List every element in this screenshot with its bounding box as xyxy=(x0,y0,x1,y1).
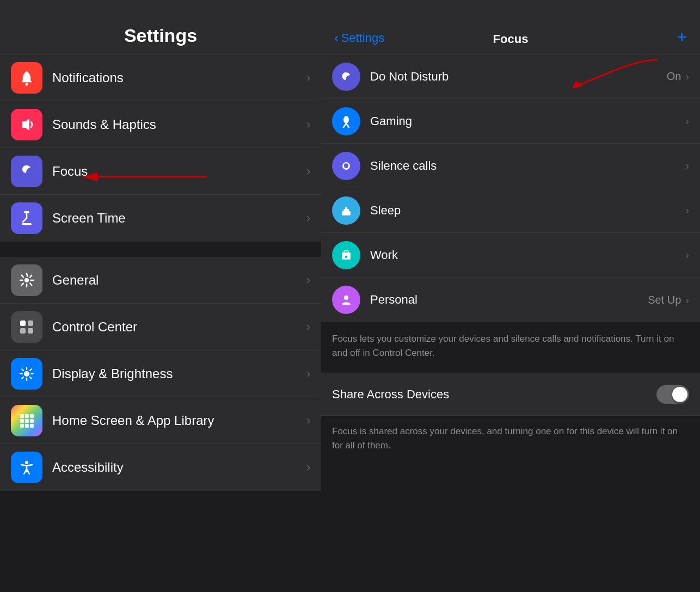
focus-description: Focus lets you customize your devices an… xyxy=(321,322,700,373)
work-chevron: › xyxy=(685,249,689,261)
gaming-chevron: › xyxy=(685,115,689,127)
right-header: ‹ Settings Focus + xyxy=(321,0,700,54)
controlcenter-icon xyxy=(11,311,42,343)
homescreen-icon xyxy=(11,405,42,436)
sidebar-item-focus[interactable]: Focus › xyxy=(0,148,321,195)
back-label: Settings xyxy=(341,31,385,45)
personal-status: Set Up xyxy=(648,294,681,306)
svg-rect-18 xyxy=(30,424,34,428)
controlcenter-label: Control Center xyxy=(52,319,306,335)
display-icon xyxy=(11,358,42,390)
screentime-label: Screen Time xyxy=(52,211,306,226)
svg-rect-28 xyxy=(344,251,348,253)
notifications-label: Notifications xyxy=(52,70,306,85)
sidebar-item-display[interactable]: Display & Brightness › xyxy=(0,350,321,397)
svg-point-0 xyxy=(26,83,28,85)
svg-rect-29 xyxy=(345,256,347,258)
back-button[interactable]: ‹ Settings xyxy=(334,29,384,46)
toggle-knob xyxy=(672,387,687,402)
donotdisturb-status: On xyxy=(667,70,681,83)
focus-icon xyxy=(11,156,42,187)
svg-rect-6 xyxy=(28,320,33,326)
accessibility-chevron: › xyxy=(306,460,310,474)
svg-rect-12 xyxy=(30,414,34,418)
svg-rect-17 xyxy=(25,424,29,428)
svg-point-4 xyxy=(24,278,29,282)
gaming-label: Gaming xyxy=(370,114,681,128)
svg-rect-26 xyxy=(345,207,347,209)
personal-icon xyxy=(332,286,360,314)
focus-item-gaming[interactable]: Gaming › xyxy=(321,99,700,144)
sidebar-item-homescreen[interactable]: Home Screen & App Library › xyxy=(0,397,321,444)
work-label: Work xyxy=(370,248,681,262)
donotdisturb-chevron: › xyxy=(685,70,689,83)
share-across-devices-row[interactable]: Share Across Devices xyxy=(321,373,700,416)
focus-item-sleep[interactable]: Sleep › xyxy=(321,188,700,233)
notifications-icon xyxy=(11,62,42,94)
donotdisturb-icon xyxy=(332,63,360,91)
controlcenter-chevron: › xyxy=(306,320,310,334)
accessibility-icon xyxy=(11,452,42,483)
personal-chevron: › xyxy=(685,294,689,306)
display-label: Display & Brightness xyxy=(52,366,306,381)
settings-group-2: General › Control Center › xyxy=(0,257,321,491)
silencecalls-label: Silence calls xyxy=(370,159,681,173)
focus-chevron: › xyxy=(306,164,310,178)
sidebar-item-controlcenter[interactable]: Control Center › xyxy=(0,304,321,350)
svg-point-21 xyxy=(343,116,349,124)
screentime-chevron: › xyxy=(306,211,310,225)
sidebar-item-general[interactable]: General › xyxy=(0,257,321,304)
personal-label: Personal xyxy=(370,293,648,307)
focus-list: Do Not Disturb On › Gaming › xyxy=(321,54,700,322)
svg-rect-5 xyxy=(20,320,26,326)
focus-page-title: Focus xyxy=(493,32,529,46)
work-icon xyxy=(332,241,360,269)
sidebar-item-accessibility[interactable]: Accessibility › xyxy=(0,444,321,491)
focus-item-work[interactable]: Work › xyxy=(321,233,700,278)
share-toggle[interactable] xyxy=(656,385,689,404)
svg-rect-8 xyxy=(28,328,33,334)
donotdisturb-label: Do Not Disturb xyxy=(370,70,667,84)
back-chevron-icon: ‹ xyxy=(334,29,339,46)
svg-marker-1 xyxy=(22,119,29,131)
sidebar-item-notifications[interactable]: Notifications › xyxy=(0,54,321,101)
focus-item-silencecalls[interactable]: Silence calls › xyxy=(321,144,700,188)
gaming-icon xyxy=(332,107,360,135)
focus-item-personal[interactable]: Personal Set Up › xyxy=(321,278,700,322)
svg-point-9 xyxy=(24,371,29,377)
focus-label: Focus xyxy=(52,164,306,179)
accessibility-label: Accessibility xyxy=(52,460,306,475)
svg-rect-10 xyxy=(20,414,24,418)
share-description: Focus is shared across your devices, and… xyxy=(321,416,700,463)
general-chevron: › xyxy=(306,273,310,287)
screentime-icon xyxy=(11,202,42,234)
sounds-label: Sounds & Haptics xyxy=(52,117,306,132)
settings-title: Settings xyxy=(124,25,197,46)
add-focus-button[interactable]: + xyxy=(677,27,687,47)
silencecalls-icon xyxy=(332,152,360,180)
sounds-icon xyxy=(11,109,42,140)
svg-rect-15 xyxy=(30,419,34,423)
svg-rect-11 xyxy=(25,414,29,418)
sidebar-item-screentime[interactable]: Screen Time › xyxy=(0,195,321,242)
svg-rect-7 xyxy=(20,328,26,334)
sidebar-item-sounds[interactable]: Sounds & Haptics › xyxy=(0,101,321,148)
notifications-chevron: › xyxy=(306,71,310,85)
svg-rect-2 xyxy=(24,211,29,213)
svg-point-30 xyxy=(344,295,348,300)
svg-point-19 xyxy=(25,461,28,464)
sleep-icon xyxy=(332,196,360,225)
svg-rect-16 xyxy=(20,424,24,428)
homescreen-chevron: › xyxy=(306,414,310,428)
general-label: General xyxy=(52,273,306,288)
svg-rect-14 xyxy=(25,419,29,423)
focus-item-donotdisturb[interactable]: Do Not Disturb On › xyxy=(321,54,700,99)
settings-divider-1 xyxy=(0,242,321,257)
sleep-chevron: › xyxy=(685,204,689,217)
display-chevron: › xyxy=(306,367,310,381)
silencecalls-chevron: › xyxy=(685,159,689,172)
settings-group-1: Notifications › Sounds & Haptics › xyxy=(0,54,321,242)
svg-rect-13 xyxy=(20,419,24,423)
sounds-chevron: › xyxy=(306,118,310,132)
sleep-label: Sleep xyxy=(370,203,681,218)
